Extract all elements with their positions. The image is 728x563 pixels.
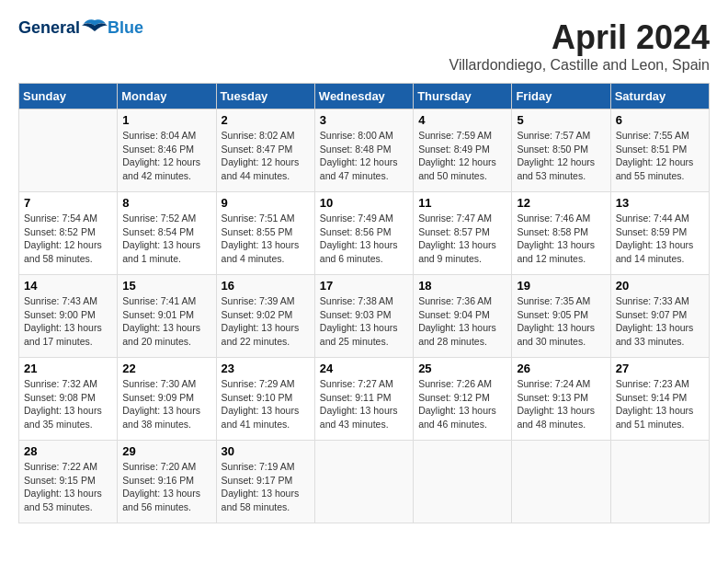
calendar-cell: 24Sunrise: 7:27 AMSunset: 9:11 PMDayligh… bbox=[314, 358, 413, 441]
day-number: 13 bbox=[616, 196, 704, 210]
calendar-cell: 10Sunrise: 7:49 AMSunset: 8:56 PMDayligh… bbox=[314, 192, 413, 275]
page-header: General Blue April 2024 Villardondiego, … bbox=[18, 18, 710, 74]
day-info: Sunrise: 7:47 AMSunset: 8:57 PMDaylight:… bbox=[418, 212, 506, 266]
day-number: 18 bbox=[418, 279, 506, 293]
day-number: 5 bbox=[517, 113, 605, 127]
day-info: Sunrise: 7:27 AMSunset: 9:11 PMDaylight:… bbox=[320, 377, 408, 431]
day-number: 23 bbox=[222, 362, 310, 375]
day-info: Sunrise: 8:04 AMSunset: 8:46 PMDaylight:… bbox=[122, 129, 210, 183]
day-number: 4 bbox=[418, 113, 506, 127]
day-number: 9 bbox=[222, 196, 310, 210]
calendar-table: SundayMondayTuesdayWednesdayThursdayFrid… bbox=[18, 83, 710, 523]
month-title: April 2024 bbox=[449, 18, 710, 57]
day-number: 24 bbox=[320, 362, 408, 375]
logo-text: General bbox=[18, 18, 108, 39]
calendar-cell: 27Sunrise: 7:23 AMSunset: 9:14 PMDayligh… bbox=[610, 358, 709, 441]
logo-text2: Blue bbox=[108, 18, 143, 38]
day-info: Sunrise: 7:52 AMSunset: 8:54 PMDaylight:… bbox=[122, 212, 210, 266]
weekday-header-thursday: Thursday bbox=[414, 84, 512, 109]
calendar-cell bbox=[414, 441, 512, 523]
day-number: 12 bbox=[517, 196, 605, 210]
day-info: Sunrise: 7:54 AMSunset: 8:52 PMDaylight:… bbox=[24, 212, 112, 266]
day-info: Sunrise: 7:44 AMSunset: 8:59 PMDaylight:… bbox=[616, 212, 704, 266]
day-info: Sunrise: 7:22 AMSunset: 9:15 PMDaylight:… bbox=[24, 460, 112, 514]
day-number: 21 bbox=[24, 362, 112, 375]
logo: General Blue bbox=[18, 18, 143, 39]
weekday-header-sunday: Sunday bbox=[19, 84, 118, 109]
day-info: Sunrise: 7:29 AMSunset: 9:10 PMDaylight:… bbox=[222, 377, 310, 431]
day-number: 11 bbox=[418, 196, 506, 210]
day-number: 25 bbox=[418, 362, 506, 375]
day-info: Sunrise: 7:41 AMSunset: 9:01 PMDaylight:… bbox=[122, 294, 210, 349]
day-info: Sunrise: 7:46 AMSunset: 8:58 PMDaylight:… bbox=[517, 212, 605, 266]
calendar-week-row: 14Sunrise: 7:43 AMSunset: 9:00 PMDayligh… bbox=[19, 275, 710, 358]
location-title: Villardondiego, Castille and Leon, Spain bbox=[449, 57, 710, 74]
day-number: 20 bbox=[616, 279, 704, 293]
calendar-cell: 9Sunrise: 7:51 AMSunset: 8:55 PMDaylight… bbox=[216, 192, 314, 275]
calendar-cell: 30Sunrise: 7:19 AMSunset: 9:17 PMDayligh… bbox=[216, 441, 314, 523]
calendar-cell: 11Sunrise: 7:47 AMSunset: 8:57 PMDayligh… bbox=[414, 192, 512, 275]
calendar-cell: 26Sunrise: 7:24 AMSunset: 9:13 PMDayligh… bbox=[512, 358, 610, 441]
weekday-header-tuesday: Tuesday bbox=[216, 84, 314, 109]
day-info: Sunrise: 7:38 AMSunset: 9:03 PMDaylight:… bbox=[320, 294, 408, 349]
calendar-week-row: 7Sunrise: 7:54 AMSunset: 8:52 PMDaylight… bbox=[19, 192, 710, 275]
day-number: 8 bbox=[122, 196, 210, 210]
calendar-cell: 23Sunrise: 7:29 AMSunset: 9:10 PMDayligh… bbox=[216, 358, 314, 441]
logo-bird-icon bbox=[82, 18, 108, 39]
calendar-cell: 12Sunrise: 7:46 AMSunset: 8:58 PMDayligh… bbox=[512, 192, 610, 275]
day-info: Sunrise: 7:57 AMSunset: 8:50 PMDaylight:… bbox=[517, 129, 605, 183]
day-number: 3 bbox=[320, 113, 408, 127]
calendar-body: 1Sunrise: 8:04 AMSunset: 8:46 PMDaylight… bbox=[19, 109, 710, 523]
day-info: Sunrise: 7:24 AMSunset: 9:13 PMDaylight:… bbox=[517, 377, 605, 431]
calendar-cell: 7Sunrise: 7:54 AMSunset: 8:52 PMDaylight… bbox=[19, 192, 118, 275]
calendar-cell: 14Sunrise: 7:43 AMSunset: 9:00 PMDayligh… bbox=[19, 275, 118, 358]
day-number: 7 bbox=[24, 196, 112, 210]
day-number: 30 bbox=[222, 444, 310, 458]
calendar-cell: 19Sunrise: 7:35 AMSunset: 9:05 PMDayligh… bbox=[512, 275, 610, 358]
day-number: 28 bbox=[24, 444, 112, 458]
weekday-header-friday: Friday bbox=[512, 84, 610, 109]
day-info: Sunrise: 7:36 AMSunset: 9:04 PMDaylight:… bbox=[418, 294, 506, 349]
day-info: Sunrise: 7:26 AMSunset: 9:12 PMDaylight:… bbox=[418, 377, 506, 431]
title-section: April 2024 Villardondiego, Castille and … bbox=[449, 18, 710, 74]
calendar-cell: 29Sunrise: 7:20 AMSunset: 9:16 PMDayligh… bbox=[118, 441, 216, 523]
calendar-cell: 4Sunrise: 7:59 AMSunset: 8:49 PMDaylight… bbox=[414, 109, 512, 192]
calendar-cell: 1Sunrise: 8:04 AMSunset: 8:46 PMDaylight… bbox=[118, 109, 216, 192]
calendar-cell: 21Sunrise: 7:32 AMSunset: 9:08 PMDayligh… bbox=[19, 358, 118, 441]
day-info: Sunrise: 7:43 AMSunset: 9:00 PMDaylight:… bbox=[24, 294, 112, 349]
day-info: Sunrise: 7:39 AMSunset: 9:02 PMDaylight:… bbox=[222, 294, 310, 349]
day-info: Sunrise: 7:59 AMSunset: 8:49 PMDaylight:… bbox=[418, 129, 506, 183]
calendar-cell: 2Sunrise: 8:02 AMSunset: 8:47 PMDaylight… bbox=[216, 109, 314, 192]
day-info: Sunrise: 7:55 AMSunset: 8:51 PMDaylight:… bbox=[616, 129, 704, 183]
day-number: 16 bbox=[222, 279, 310, 293]
day-number: 6 bbox=[616, 113, 704, 127]
day-number: 27 bbox=[616, 362, 704, 375]
day-info: Sunrise: 7:51 AMSunset: 8:55 PMDaylight:… bbox=[222, 212, 310, 266]
day-number: 22 bbox=[122, 362, 210, 375]
day-number: 15 bbox=[122, 279, 210, 293]
calendar-cell: 15Sunrise: 7:41 AMSunset: 9:01 PMDayligh… bbox=[118, 275, 216, 358]
day-number: 2 bbox=[222, 113, 310, 127]
calendar-cell: 8Sunrise: 7:52 AMSunset: 8:54 PMDaylight… bbox=[118, 192, 216, 275]
calendar-cell bbox=[512, 441, 610, 523]
calendar-cell: 18Sunrise: 7:36 AMSunset: 9:04 PMDayligh… bbox=[414, 275, 512, 358]
weekday-header-row: SundayMondayTuesdayWednesdayThursdayFrid… bbox=[19, 84, 710, 109]
day-number: 29 bbox=[122, 444, 210, 458]
calendar-cell: 5Sunrise: 7:57 AMSunset: 8:50 PMDaylight… bbox=[512, 109, 610, 192]
day-info: Sunrise: 7:49 AMSunset: 8:56 PMDaylight:… bbox=[320, 212, 408, 266]
calendar-week-row: 28Sunrise: 7:22 AMSunset: 9:15 PMDayligh… bbox=[19, 441, 710, 523]
day-info: Sunrise: 7:32 AMSunset: 9:08 PMDaylight:… bbox=[24, 377, 112, 431]
day-info: Sunrise: 8:00 AMSunset: 8:48 PMDaylight:… bbox=[320, 129, 408, 183]
calendar-cell bbox=[314, 441, 413, 523]
day-number: 10 bbox=[320, 196, 408, 210]
day-info: Sunrise: 7:30 AMSunset: 9:09 PMDaylight:… bbox=[122, 377, 210, 431]
calendar-cell: 6Sunrise: 7:55 AMSunset: 8:51 PMDaylight… bbox=[610, 109, 709, 192]
day-number: 19 bbox=[517, 279, 605, 293]
day-number: 1 bbox=[122, 113, 210, 127]
day-info: Sunrise: 7:19 AMSunset: 9:17 PMDaylight:… bbox=[222, 460, 310, 514]
calendar-cell: 28Sunrise: 7:22 AMSunset: 9:15 PMDayligh… bbox=[19, 441, 118, 523]
calendar-cell: 22Sunrise: 7:30 AMSunset: 9:09 PMDayligh… bbox=[118, 358, 216, 441]
day-number: 14 bbox=[24, 279, 112, 293]
day-info: Sunrise: 7:20 AMSunset: 9:16 PMDaylight:… bbox=[122, 460, 210, 514]
calendar-cell: 25Sunrise: 7:26 AMSunset: 9:12 PMDayligh… bbox=[414, 358, 512, 441]
